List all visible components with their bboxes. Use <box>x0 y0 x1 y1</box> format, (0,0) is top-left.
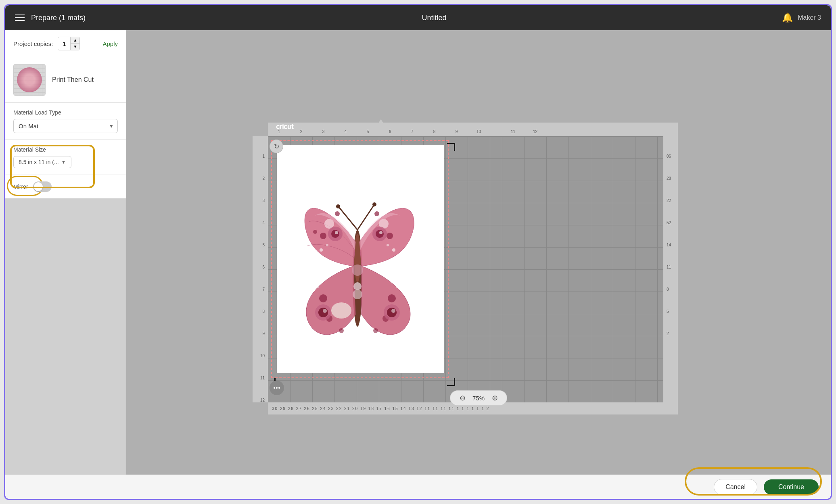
ruler-left-2: 2 <box>261 176 266 181</box>
mat-thumbnail <box>13 64 46 96</box>
sidebar: Project copies: 1 ▲ ▼ Apply <box>5 30 126 475</box>
svg-point-19 <box>319 294 327 302</box>
ruler-left-9: 9 <box>261 331 266 336</box>
svg-point-33 <box>326 244 328 246</box>
mat-arrow <box>373 119 389 131</box>
ruler-left-6: 6 <box>261 265 266 269</box>
ruler-left-12: 12 <box>259 398 266 402</box>
svg-point-26 <box>388 294 396 302</box>
svg-point-30 <box>387 308 397 317</box>
dots-menu[interactable] <box>270 381 284 395</box>
ruler-left-10: 10 <box>259 354 266 358</box>
svg-point-8 <box>335 211 340 216</box>
svg-point-37 <box>396 284 400 288</box>
svg-point-12 <box>335 231 338 234</box>
svg-point-24 <box>323 309 327 313</box>
continue-button[interactable]: Continue <box>764 479 819 495</box>
svg-point-17 <box>376 230 384 238</box>
svg-point-28 <box>373 328 378 333</box>
svg-point-23 <box>318 308 328 317</box>
ruler-left-1: 1 <box>261 154 266 158</box>
svg-point-38 <box>352 264 363 276</box>
butterfly-svg <box>277 145 444 373</box>
refresh-button[interactable]: ↻ <box>270 140 283 153</box>
canvas-area: cricut 1 2 3 4 5 6 7 8 9 10 11 12 <box>126 30 831 475</box>
svg-point-34 <box>392 248 395 252</box>
toggle-knob <box>34 182 43 191</box>
main-area: Project copies: 1 ▲ ▼ Apply <box>5 30 831 475</box>
ruler-right: 06 28 22 52 14 11 8 5 2 <box>663 136 678 402</box>
copies-down-button[interactable]: ▼ <box>71 44 79 50</box>
mat-grid: ↻ <box>268 136 502 402</box>
svg-point-14 <box>387 233 393 239</box>
doc-title: Untitled <box>422 14 446 22</box>
canvas-board: cricut 1 2 3 4 5 6 7 8 9 10 11 12 <box>253 111 704 402</box>
bell-icon[interactable]: 🔔 <box>782 12 793 23</box>
ruler-left: 1 2 3 4 5 6 7 8 9 10 11 12 <box>253 136 268 402</box>
ruler-top-right: 11 12 <box>502 123 678 136</box>
copies-up-button[interactable]: ▲ <box>71 37 79 44</box>
material-load-type-select[interactable]: On Mat <box>13 119 118 133</box>
material-size-label: Material Size <box>13 146 118 153</box>
ruler-left-11: 11 <box>259 376 266 380</box>
cancel-button[interactable]: Cancel <box>714 479 757 495</box>
material-load-type-select-wrap: On Mat ▼ <box>13 119 118 133</box>
copies-arrows: ▲ ▼ <box>70 37 79 50</box>
material-size-value: 8.5 in x 11 in (... <box>19 159 59 165</box>
mat-section: Print Then Cut <box>5 57 126 103</box>
svg-point-32 <box>320 248 323 252</box>
zoom-value: 75% <box>470 395 487 402</box>
print-area <box>277 145 444 373</box>
mat-label: Print Then Cut <box>52 75 94 84</box>
cricut-logo: cricut <box>276 123 293 131</box>
material-load-type-section: Material Load Type On Mat ▼ <box>5 103 126 140</box>
mat-thumbnail-grid <box>14 64 45 96</box>
svg-point-9 <box>313 230 317 234</box>
project-copies-row: Project copies: 1 ▲ ▼ Apply <box>13 37 118 50</box>
copies-input-wrap: 1 ▲ ▼ <box>58 37 80 50</box>
corner-mark-tr <box>447 143 455 151</box>
mat-thumbnail-butterfly <box>17 67 42 92</box>
menu-icon[interactable] <box>15 15 25 21</box>
ruler-left-5: 5 <box>261 243 266 247</box>
sidebar-top: Project copies: 1 ▲ ▼ Apply <box>5 30 126 57</box>
svg-point-39 <box>353 282 362 290</box>
header-center: Untitled <box>128 14 740 22</box>
apply-button[interactable]: Apply <box>102 40 118 47</box>
app-window: Prepare (1 mats) Untitled 🔔 Maker 3 Proj… <box>4 4 832 500</box>
svg-point-15 <box>374 211 379 216</box>
mat-right-grid <box>502 136 663 402</box>
material-load-type-label: Material Load Type <box>13 109 118 116</box>
ruler-left-8: 8 <box>261 309 266 314</box>
svg-point-36 <box>315 284 319 288</box>
ruler-left-7: 7 <box>261 287 266 292</box>
svg-point-35 <box>387 244 389 246</box>
zoom-minus-button[interactable]: ⊖ <box>458 393 467 403</box>
svg-point-21 <box>339 328 344 333</box>
header: Prepare (1 mats) Untitled 🔔 Maker 3 <box>5 5 831 30</box>
mirror-section: Mirror <box>5 175 126 198</box>
svg-point-5 <box>372 202 376 206</box>
svg-point-31 <box>391 309 395 313</box>
header-left: Prepare (1 mats) <box>15 14 128 22</box>
device-label: Maker 3 <box>798 14 821 21</box>
svg-point-3 <box>336 204 340 208</box>
svg-point-18 <box>379 231 382 234</box>
zoom-controls: ⊖ 75% ⊕ <box>450 390 507 406</box>
header-title: Prepare (1 mats) <box>31 14 86 22</box>
copies-value: 1 <box>58 40 70 48</box>
ruler-bottom-nums: 30 29 28 27 26 25 24 23 22 21 20 19 18 1… <box>272 406 489 411</box>
svg-point-7 <box>320 233 326 239</box>
mirror-toggle[interactable] <box>33 181 52 192</box>
sidebar-bottom <box>5 198 126 475</box>
material-size-select[interactable]: 8.5 in x 11 in (... ▼ <box>13 156 71 168</box>
footer: Cancel Continue <box>5 475 831 499</box>
zoom-plus-button[interactable]: ⊕ <box>490 393 500 403</box>
material-size-arrow: ▼ <box>61 159 66 165</box>
svg-point-11 <box>331 230 339 238</box>
corner-mark-br <box>447 378 455 386</box>
svg-point-25 <box>331 302 351 319</box>
project-copies-label: Project copies: <box>13 40 53 47</box>
ruler-left-4: 4 <box>261 221 266 225</box>
header-right: 🔔 Maker 3 <box>740 12 821 23</box>
